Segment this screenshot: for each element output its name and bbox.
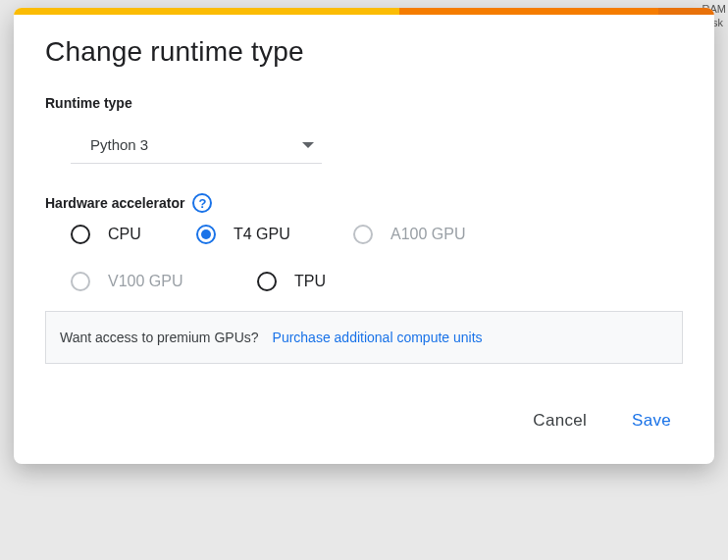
premium-gpu-promo: Want access to premium GPUs? Purchase ad… [45,311,683,364]
save-button[interactable]: Save [624,405,679,436]
radio-label: V100 GPU [108,273,182,290]
radio-icon [71,225,90,244]
cancel-button[interactable]: Cancel [525,405,595,436]
dialog-title: Change runtime type [45,36,683,68]
runtime-settings-dialog: Change runtime type Runtime type Python … [14,8,714,464]
radio-icon [71,272,90,291]
hardware-accelerator-text: Hardware accelerator [45,195,184,211]
purchase-compute-link[interactable]: Purchase additional compute units [273,330,483,345]
dialog-actions: Cancel Save [14,374,714,464]
chevron-down-icon [302,142,314,148]
radio-icon [257,272,277,291]
hardware-accelerator-label: Hardware accelerator ? [45,193,683,213]
radio-label: T4 GPU [234,226,290,243]
runtime-type-label: Runtime type [45,95,683,111]
dialog-accent-bar [14,8,714,15]
radio-icon [196,225,216,244]
accelerator-radio-group: CPU T4 GPU A100 GPU V100 GPU TPU [71,225,683,291]
radio-label: TPU [294,273,326,290]
radio-label: CPU [108,226,141,243]
runtime-type-value: Python 3 [90,136,148,153]
radio-v100-gpu: V100 GPU [71,272,257,291]
radio-label: A100 GPU [390,226,465,243]
radio-t4-gpu[interactable]: T4 GPU [196,225,353,244]
radio-a100-gpu: A100 GPU [353,225,520,244]
radio-icon [353,225,373,244]
radio-cpu[interactable]: CPU [71,225,196,244]
runtime-type-select[interactable]: Python 3 [71,123,322,164]
promo-text: Want access to premium GPUs? [60,330,259,345]
radio-tpu[interactable]: TPU [257,272,385,291]
help-icon[interactable]: ? [192,193,212,213]
